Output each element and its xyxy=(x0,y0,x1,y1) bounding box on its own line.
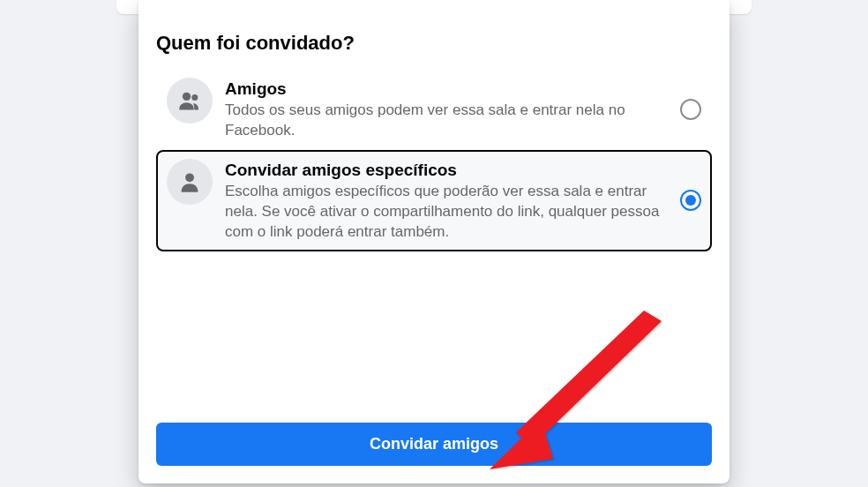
friends-icon xyxy=(167,78,213,124)
option-specific-radio[interactable] xyxy=(680,190,701,211)
invite-friends-button[interactable]: Convidar amigos xyxy=(156,423,712,466)
option-friends-title: Amigos xyxy=(225,79,670,99)
svg-point-0 xyxy=(183,93,191,101)
person-icon xyxy=(167,159,213,205)
section-title: Quem foi convidado? xyxy=(156,32,712,55)
svg-point-1 xyxy=(191,94,198,101)
option-specific-desc: Escolha amigos específicos que poderão v… xyxy=(225,182,670,243)
option-specific-friends[interactable]: Convidar amigos específicos Escolha amig… xyxy=(156,150,712,251)
option-friends-desc: Todos os seus amigos podem ver essa sala… xyxy=(225,101,670,141)
option-friends-radio[interactable] xyxy=(680,99,701,120)
option-specific-title: Convidar amigos específicos xyxy=(225,161,670,180)
option-friends[interactable]: Amigos Todos os seus amigos podem ver es… xyxy=(156,69,712,150)
spacer xyxy=(156,251,712,423)
option-specific-body: Convidar amigos específicos Escolha amig… xyxy=(225,159,670,243)
option-friends-body: Amigos Todos os seus amigos podem ver es… xyxy=(225,78,670,141)
svg-point-2 xyxy=(185,173,194,182)
invite-modal: Quem foi convidado? Amigos Todos os seus… xyxy=(138,0,730,483)
